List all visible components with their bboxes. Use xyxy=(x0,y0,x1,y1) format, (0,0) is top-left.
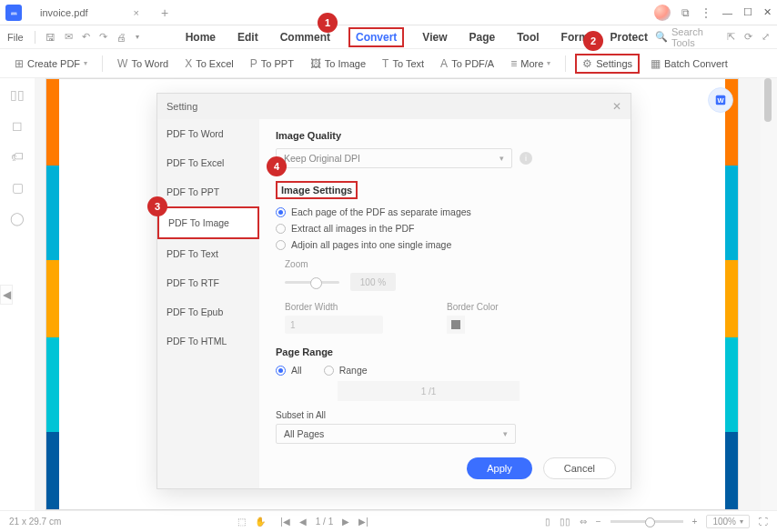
search-placeholder: Search Tools xyxy=(671,26,718,48)
zoom-level-box[interactable]: 100% ▾ xyxy=(706,515,750,528)
tab-protect[interactable]: Protect xyxy=(607,27,651,47)
info-icon[interactable]: i xyxy=(520,152,532,165)
side-pdf-to-image[interactable]: PDF To Image xyxy=(157,206,259,239)
side-pdf-to-html[interactable]: PDF To HTML xyxy=(157,326,259,356)
batch-convert-button[interactable]: ▦Batch Convert xyxy=(645,55,733,73)
maximize-button[interactable]: ☐ xyxy=(743,6,752,18)
statusbar-zoom-slider[interactable] xyxy=(610,520,683,523)
minimize-button[interactable]: — xyxy=(722,7,732,18)
single-page-icon[interactable]: ▯ xyxy=(545,517,550,527)
zoom-in-icon[interactable]: + xyxy=(692,517,698,527)
page-range-heading: Page Range xyxy=(276,346,614,357)
continuous-page-icon[interactable]: ▯▯ xyxy=(560,517,570,527)
print-dropdown-icon[interactable]: ▾ xyxy=(133,31,142,43)
create-pdf-button[interactable]: ⊞Create PDF ▾ xyxy=(9,55,93,73)
close-tab-icon[interactable]: × xyxy=(134,7,139,18)
tab-page[interactable]: Page xyxy=(465,27,499,47)
side-pdf-to-ppt[interactable]: PDF To PPT xyxy=(157,177,259,206)
to-excel-button[interactable]: XTo Excel xyxy=(179,55,239,73)
zoom-value-box[interactable]: 100 % xyxy=(350,273,396,291)
word-badge-icon[interactable]: W xyxy=(707,86,734,114)
document-decor-right xyxy=(725,79,738,509)
mail-icon[interactable]: ✉ xyxy=(62,29,76,45)
subset-dropdown[interactable]: All Pages ▾ xyxy=(276,424,516,444)
fullscreen-icon[interactable]: ⛶ xyxy=(759,517,768,527)
chevron-down-icon: ▾ xyxy=(740,517,743,526)
gear-icon: ⚙ xyxy=(582,57,592,70)
print-icon[interactable]: 🖨 xyxy=(114,30,129,45)
border-color-picker[interactable] xyxy=(447,316,465,334)
radio-range-all[interactable]: All xyxy=(276,365,302,376)
pages-icon[interactable]: ▢ xyxy=(12,180,24,195)
range-value-box[interactable]: 1 /1 xyxy=(338,381,520,401)
cancel-button[interactable]: Cancel xyxy=(543,457,616,479)
extra-icon[interactable]: ⤢ xyxy=(762,31,770,43)
settings-button[interactable]: ⚙Settings xyxy=(575,54,640,74)
chevron-down-icon: ▾ xyxy=(500,154,504,163)
bookmarks-icon[interactable]: ◻ xyxy=(12,118,23,133)
to-word-button[interactable]: WTo Word xyxy=(112,55,174,73)
radio-adjoin-pages[interactable]: Adjoin all pages into one single image xyxy=(276,239,614,250)
tab-convert[interactable]: Convert xyxy=(348,27,404,47)
file-menu[interactable]: File xyxy=(7,32,24,43)
batch-icon: ▦ xyxy=(651,57,661,70)
open-in-new-icon[interactable]: ⧉ xyxy=(681,6,690,19)
search-tools[interactable]: 🔍 Search Tools xyxy=(655,26,718,48)
separator xyxy=(565,55,566,72)
side-pdf-to-excel[interactable]: PDF To Excel xyxy=(157,148,259,177)
more-menu-button[interactable]: ≡More ▾ xyxy=(505,55,556,73)
tab-home[interactable]: Home xyxy=(182,27,219,47)
app-logo: ⎓ xyxy=(5,5,22,21)
border-width-input[interactable]: 1 xyxy=(285,316,383,334)
apply-button[interactable]: Apply xyxy=(467,457,532,479)
tab-tool[interactable]: Tool xyxy=(513,27,542,47)
dialog-title: Setting xyxy=(166,101,197,112)
radio-extract-images[interactable]: Extract all images in the PDF xyxy=(276,223,614,234)
share-icon[interactable]: ⇱ xyxy=(727,31,735,43)
account-avatar[interactable] xyxy=(654,5,671,21)
vertical-scrollbar[interactable] xyxy=(761,78,777,510)
radio-range-custom[interactable]: Range xyxy=(324,365,368,376)
tab-view[interactable]: View xyxy=(419,27,450,47)
first-page-icon[interactable]: |◀ xyxy=(280,517,290,527)
image-quality-dropdown[interactable]: Keep Original DPI ▾ xyxy=(276,148,512,168)
attachments-icon[interactable]: 🏷 xyxy=(11,149,24,164)
prev-page-arrow[interactable]: ◀ xyxy=(0,285,13,305)
cursor-tool-icon[interactable]: ⬚ xyxy=(237,517,246,527)
thumbnails-icon[interactable]: ▯▯ xyxy=(10,87,25,102)
hand-tool-icon[interactable]: ✋ xyxy=(255,517,266,527)
side-pdf-to-epub[interactable]: PDF To Epub xyxy=(157,297,259,326)
zoom-out-icon[interactable]: − xyxy=(596,517,601,527)
document-tab-label: invoice.pdf xyxy=(40,7,88,18)
radio-separate-images[interactable]: Each page of the PDF as separate images xyxy=(276,206,614,217)
document-tab[interactable]: invoice.pdf × xyxy=(31,4,148,22)
to-text-button[interactable]: TTo Text xyxy=(377,55,429,73)
side-pdf-to-rtf[interactable]: PDF To RTF xyxy=(157,268,259,297)
search-panel-icon[interactable]: ◯ xyxy=(10,211,25,226)
border-color-label: Border Color xyxy=(447,302,499,312)
image-icon: 🖼 xyxy=(310,57,321,70)
to-ppt-button[interactable]: PTo PPT xyxy=(245,55,299,73)
side-pdf-to-word[interactable]: PDF To Word xyxy=(157,119,259,148)
redo-icon[interactable]: ↷ xyxy=(96,29,110,45)
dialog-close-icon[interactable]: ✕ xyxy=(612,100,621,113)
more-menu-icon[interactable]: ⋮ xyxy=(701,6,711,19)
save-icon[interactable]: 🖫 xyxy=(43,30,58,45)
tab-edit[interactable]: Edit xyxy=(234,27,262,47)
page-indicator[interactable]: 1 / 1 xyxy=(316,517,333,527)
prev-page-icon[interactable]: ◀ xyxy=(299,517,307,527)
to-image-button[interactable]: 🖼To Image xyxy=(305,55,371,73)
scrollbar-thumb[interactable] xyxy=(764,78,772,122)
last-page-icon[interactable]: ▶| xyxy=(358,517,368,527)
next-page-icon[interactable]: ▶ xyxy=(342,517,349,527)
image-settings-heading: Image Settings xyxy=(276,181,358,199)
side-pdf-to-text[interactable]: PDF To Text xyxy=(157,239,259,268)
undo-icon[interactable]: ↶ xyxy=(79,29,93,45)
zoom-slider[interactable] xyxy=(285,281,339,284)
to-pdfa-button[interactable]: ATo PDF/A xyxy=(435,55,500,73)
close-window-button[interactable]: ✕ xyxy=(763,6,772,18)
convert-ribbon: ⊞Create PDF ▾ WTo Word XTo Excel PTo PPT… xyxy=(0,49,777,78)
fit-width-icon[interactable]: ⇔ xyxy=(580,517,587,527)
add-tab-icon[interactable]: + xyxy=(161,5,168,20)
cloud-icon[interactable]: ⟳ xyxy=(744,31,752,43)
